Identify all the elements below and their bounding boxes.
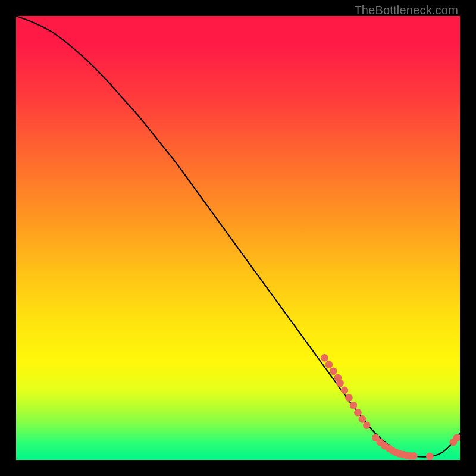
data-marker: [410, 452, 418, 460]
data-marker: [345, 394, 353, 402]
data-marker: [336, 380, 344, 387]
data-marker: [341, 387, 349, 394]
data-marker: [426, 453, 434, 460]
chart-svg: [16, 16, 460, 460]
watermark-text: TheBottleneck.com: [354, 4, 458, 17]
data-marker: [350, 402, 358, 409]
data-marker: [330, 368, 337, 375]
data-marker: [359, 415, 367, 423]
data-marker: [354, 409, 362, 416]
data-markers: [321, 354, 460, 460]
bottleneck-curve: [16, 16, 460, 457]
plot-area: [16, 16, 460, 460]
data-marker: [325, 361, 333, 368]
data-marker: [321, 354, 328, 362]
data-marker: [363, 422, 371, 430]
chart-stage: TheBottleneck.com: [0, 0, 476, 476]
